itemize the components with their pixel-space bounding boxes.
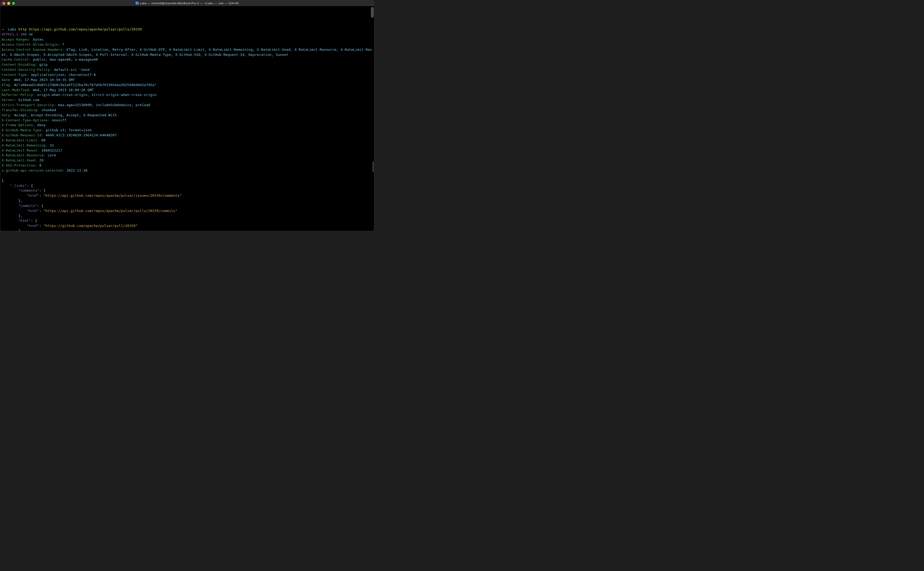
header-line: Last-Modified: Wed, 17 May 2023 10:04:26… <box>2 88 373 93</box>
header-key: X-GitHub-Media-Type <box>2 128 42 132</box>
json-line: "comments": { <box>2 188 373 193</box>
header-value: github.v3; format=json <box>45 128 91 132</box>
scrollbar-thumb-secondary[interactable] <box>372 162 374 172</box>
header-line: X-GitHub-Request-Id: 4649:41C3:1924839:1… <box>2 133 373 138</box>
header-key: x-github-api-version-selected <box>2 168 62 173</box>
terminal-body[interactable]: → Labs http https://api.github.com/repos… <box>0 6 374 231</box>
header-key: Strict-Transport-Security <box>2 103 54 107</box>
header-line: Access-Control-Expose-Headers: ETag, Lin… <box>2 47 373 57</box>
header-key: Transfer-Encoding <box>2 108 37 112</box>
folder-icon <box>136 2 139 5</box>
header-line: X-RateLimit-Limit: 60 <box>2 138 373 143</box>
header-line: X-GitHub-Media-Type: github.v3; format=j… <box>2 128 373 133</box>
header-key: Last-Modified <box>2 88 29 92</box>
status-line: HTTP/1.1 200 OK <box>2 32 373 37</box>
header-line: Vary: Accept, Accept-Encoding, Accept, X… <box>2 113 373 118</box>
header-line: Content-Type: application/json; charset=… <box>2 73 373 77</box>
json-string-href: "https://github.com/apache/pulsar/pull/2… <box>43 224 138 228</box>
header-value: 0 <box>39 164 42 167</box>
header-key: Content-Encoding <box>2 63 35 66</box>
prompt-arrow: → <box>2 27 8 31</box>
header-value: GitHub.com <box>19 98 39 102</box>
json-line: "commits": { <box>2 204 373 208</box>
header-line: ETag: W/"a06ead2c8b87c27db0c9a1a9f122ba7… <box>2 83 373 88</box>
header-key: X-RateLimit-Resource <box>2 153 43 157</box>
header-value: 29 <box>39 158 43 162</box>
json-key: "comments" <box>19 188 39 193</box>
header-key: X-XSS-Protection <box>2 164 35 167</box>
header-value: nosniff <box>52 118 66 122</box>
terminal-window: Labs — chenzili@chenzilis-MacBook-Pro-2 … <box>0 0 374 231</box>
header-key: Vary <box>2 113 10 117</box>
header-line: Date: Wed, 17 May 2023 10:59:35 GMT <box>2 77 373 83</box>
traffic-lights <box>2 2 15 5</box>
header-line: x-github-api-version-selected: 2022-11-2… <box>2 168 373 173</box>
json-line: }, <box>2 198 373 204</box>
json-key: "commits" <box>19 204 37 208</box>
blank-line <box>2 173 373 178</box>
json-open-brace: { <box>2 179 4 182</box>
header-key: X-Frame-Options <box>2 123 33 127</box>
header-line: Referrer-Policy: origin-when-cross-origi… <box>2 93 373 97</box>
header-line: X-XSS-Protection: 0 <box>2 163 373 168</box>
json-key-links: "_links" <box>10 184 27 188</box>
header-line: Transfer-Encoding: chunked <box>2 108 373 113</box>
header-value: bytes <box>33 37 43 42</box>
header-value: max-age=31536000; includeSubdomains; pre… <box>58 103 150 107</box>
header-value: default-src 'none' <box>54 68 92 72</box>
header-value: core <box>48 153 56 157</box>
header-key: Content-Security-Policy <box>2 68 50 72</box>
json-line: "_links": { <box>2 184 373 188</box>
header-key: X-Content-Type-Options <box>2 118 48 122</box>
close-button[interactable] <box>2 2 5 5</box>
scrollbar-thumb[interactable] <box>371 7 374 18</box>
json-line: "href": "https://api.github.com/repos/ap… <box>2 193 373 198</box>
header-value: Accept, Accept-Encoding, Accept, X-Reque… <box>14 113 117 117</box>
header-value: 1684322217 <box>42 148 62 152</box>
header-value: 31 <box>50 143 54 147</box>
json-key-href: "href" <box>27 193 39 198</box>
status-version: 1.1 <box>12 32 20 36</box>
header-key: Cache-Control <box>2 57 29 62</box>
json-string-href: "https://api.github.com/repos/apache/pul… <box>43 193 182 198</box>
header-key: ETag <box>2 83 10 87</box>
window-title-text: Labs — chenzili@chenzilis-MacBook-Pro-2 … <box>140 1 239 6</box>
json-key-href: "href" <box>27 209 39 213</box>
header-value: gzip <box>39 63 48 66</box>
header-value: 2022-11-28 <box>66 168 88 173</box>
header-value: 60 <box>42 138 46 142</box>
prompt-cwd: Labs <box>8 27 16 31</box>
header-key: X-RateLimit-Limit <box>2 138 37 142</box>
prompt-line: → Labs http https://api.github.com/repos… <box>2 27 373 32</box>
header-line: Accept-Ranges: bytes <box>2 37 373 42</box>
header-value: * <box>62 43 65 46</box>
window-titlebar[interactable]: Labs — chenzili@chenzilis-MacBook-Pro-2 … <box>0 0 374 6</box>
header-key: Access-Control-Expose-Headers <box>2 48 62 52</box>
header-line: Content-Encoding: gzip <box>2 62 373 67</box>
window-title: Labs — chenzili@chenzilis-MacBook-Pro-2 … <box>0 1 374 6</box>
status-proto: HTTP <box>2 32 10 36</box>
header-value: origin-when-cross-origin, strict-origin-… <box>37 93 156 97</box>
header-value: 4649:41C3:1924839:19E4124:6464B397 <box>45 133 117 137</box>
header-key: Date <box>2 78 10 82</box>
header-key: Accept-Ranges <box>2 37 29 42</box>
json-line: { <box>2 178 373 184</box>
header-value: application/json; charset=utf-8 <box>31 73 96 77</box>
header-line: X-RateLimit-Resource: core <box>2 153 373 158</box>
header-key: Access-Control-Allow-Origin <box>2 43 58 46</box>
maximize-button[interactable] <box>12 2 15 5</box>
status-code: 200 <box>20 32 29 36</box>
json-line: "html": { <box>2 218 373 224</box>
header-value: Wed, 17 May 2023 10:04:26 GMT <box>33 88 94 92</box>
json-key: "html" <box>19 219 31 223</box>
json-line: "href": "https://github.com/apache/pulsa… <box>2 224 373 228</box>
header-key: X-RateLimit-Remaining <box>2 143 45 147</box>
minimize-button[interactable] <box>7 2 10 5</box>
header-line: Strict-Transport-Security: max-age=31536… <box>2 103 373 108</box>
header-line: X-Content-Type-Options: nosniff <box>2 118 373 123</box>
header-key: Server <box>2 98 14 102</box>
header-line: X-RateLimit-Reset: 1684322217 <box>2 148 373 153</box>
header-line: X-RateLimit-Remaining: 31 <box>2 143 373 148</box>
json-line: }, <box>2 228 373 231</box>
json-line: "href": "https://api.github.com/repos/ap… <box>2 208 373 214</box>
